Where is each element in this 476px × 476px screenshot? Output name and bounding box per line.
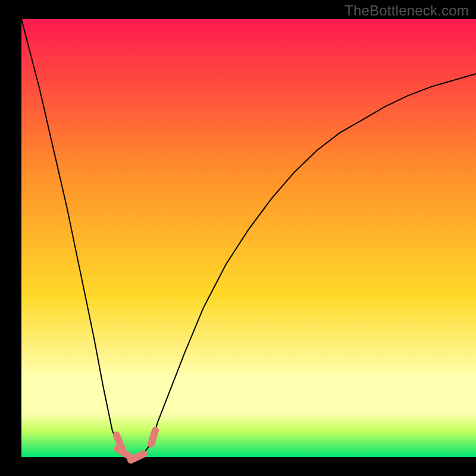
chart-svg xyxy=(0,0,476,476)
chart-plot-area xyxy=(21,19,476,457)
watermark-text: TheBottleneck.com xyxy=(345,2,469,19)
chart-stage: TheBottleneck.com xyxy=(0,0,476,476)
chart-marker xyxy=(151,430,155,444)
